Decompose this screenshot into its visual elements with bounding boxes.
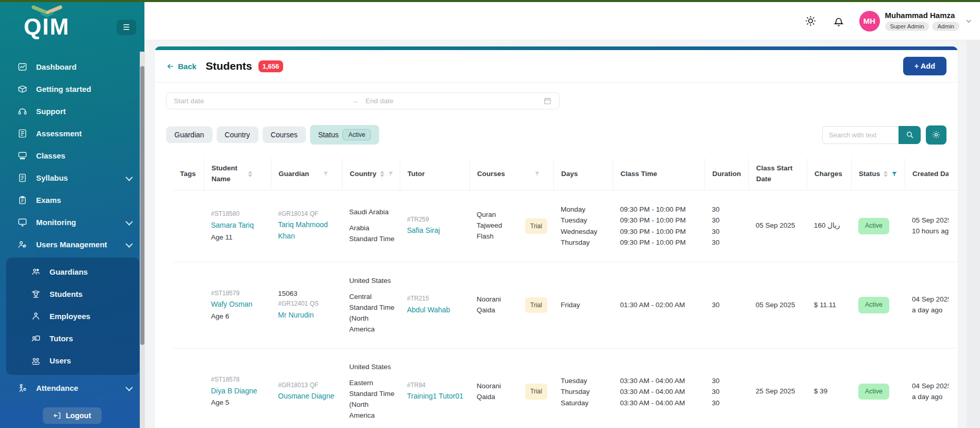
app-logo[interactable]: QIM [24, 5, 70, 38]
table-settings-button[interactable] [926, 125, 946, 145]
guardian-name-link[interactable]: Ousmane Diagne [278, 391, 338, 402]
hamburger-menu-icon[interactable]: ☰ [117, 20, 136, 35]
guardian-name-link[interactable]: Mr Nurudin [278, 310, 338, 321]
sidebar-item-label: Tutors [50, 334, 126, 343]
start-date-input[interactable]: Start date [174, 97, 351, 105]
guardian-id: #GR18013 QF [278, 381, 338, 390]
students-card: Back Students 1,656 + Add Start date → E… [155, 46, 958, 428]
col-header-class-start-date: Class Start Date [748, 158, 807, 190]
col-header-days: Days [553, 158, 613, 190]
sidebar-item-students[interactable]: Students [6, 283, 139, 305]
search-group [822, 125, 946, 145]
courses-cell: Noorani Qaida Trial [469, 381, 553, 403]
sidebar-nav: Dashboard Getting started Support Assess… [0, 56, 144, 421]
sidebar-item-assessment[interactable]: Assessment [0, 122, 144, 145]
filter-chip-status[interactable]: Status Active [310, 125, 379, 145]
filter-icon-active[interactable] [891, 171, 897, 177]
logout-button[interactable]: Logout [43, 407, 101, 424]
guardian-cell: #GR18013 QF Ousmane Diagne [271, 381, 342, 403]
sidebar-item-attendance[interactable]: Attendance [0, 377, 144, 399]
sidebar-item-getting-started[interactable]: Getting started [0, 78, 144, 100]
status-badge: Active [858, 384, 889, 400]
tutor-id: #TR215 [407, 294, 465, 304]
search-input[interactable] [822, 126, 899, 144]
table-row[interactable]: #ST18579 Wafy Osman Age 6 15063 #GR12401… [173, 262, 958, 348]
sort-icon[interactable] [248, 171, 252, 177]
notifications-button[interactable] [831, 14, 846, 28]
col-header-duration: Duration [705, 158, 748, 190]
student-name-link[interactable]: Diya B Diagne [211, 386, 267, 397]
scrollbar-thumb[interactable] [140, 66, 144, 345]
employee-icon [31, 311, 41, 321]
filter-row: Guardian Country Courses Status Active [166, 125, 946, 145]
country-name: Saudi Arabia [349, 207, 396, 218]
users-group-icon [31, 356, 41, 366]
status-chip-label: Status [318, 131, 339, 139]
sidebar-item-label: Users Management [36, 240, 117, 249]
tutor-name-link[interactable]: Safia Siraj [407, 225, 465, 236]
page-scrollbar[interactable] [140, 52, 145, 428]
logout-label: Logout [66, 411, 91, 420]
country-name: United States [349, 362, 396, 373]
sidebar-item-dashboard[interactable]: Dashboard [0, 56, 144, 78]
sort-icon[interactable] [380, 171, 384, 177]
sidebar-item-label: Monitoring [36, 218, 117, 227]
col-header-tutor: Tutor [400, 158, 469, 190]
sidebar-item-users-management[interactable]: Users Management [0, 233, 144, 256]
date-range-picker[interactable]: Start date → End date [166, 92, 560, 109]
student-name-link[interactable]: Wafy Osman [211, 299, 267, 310]
guardian-name-link[interactable]: Tariq Mahmood Khan [278, 219, 338, 242]
header-divider [155, 82, 958, 83]
theme-toggle-button[interactable] [804, 14, 818, 28]
main-content: Back Students 1,656 + Add Start date → E… [144, 40, 980, 428]
days-cell: Friday [553, 299, 613, 311]
sidebar-item-guardians[interactable]: Guardians [6, 261, 139, 283]
created-date-cell: 04 Sep 2025 a day ago [905, 294, 949, 316]
student-name-link[interactable]: Samara Tariq [211, 220, 267, 231]
sidebar-item-exams[interactable]: Exams [0, 189, 144, 211]
search-button[interactable] [899, 126, 921, 144]
calendar-icon[interactable] [543, 97, 552, 105]
charges-cell: $ 39 [807, 386, 851, 397]
filter-icon[interactable] [323, 171, 329, 177]
role-badge-admin: Admin [932, 22, 959, 31]
filter-chip-country[interactable]: Country [217, 126, 258, 143]
app-root: QIM ☰ Dashboard Getting started Support … [0, 0, 980, 428]
chevron-down-icon[interactable] [965, 17, 973, 25]
status-cell: Active [851, 218, 905, 234]
status-chip-value[interactable]: Active [342, 129, 371, 140]
filter-chip-guardian[interactable]: Guardian [166, 126, 213, 143]
add-button[interactable]: + Add [903, 57, 946, 75]
logout-bar: Logout [0, 403, 144, 428]
user-menu[interactable]: MH Muhammad Hamza Super Admin Admin [859, 11, 973, 31]
end-date-input[interactable]: End date [366, 97, 543, 105]
filter-icon[interactable] [534, 171, 540, 177]
sidebar-item-monitoring[interactable]: Monitoring [0, 211, 144, 233]
trial-badge: Trial [525, 384, 547, 400]
avatar[interactable]: MH [859, 11, 880, 31]
created-ago: a day ago [912, 392, 944, 403]
sidebar-item-users[interactable]: Users [6, 350, 139, 372]
tutor-name-link[interactable]: Abdul Wahab [407, 305, 465, 316]
sidebar-item-employees[interactable]: Employees [6, 305, 139, 327]
sidebar-item-classes[interactable]: Classes [0, 145, 144, 167]
table-row[interactable]: #ST18580 Samara Tariq Age 11 #GR18014 QF… [173, 190, 958, 262]
tutor-name-link[interactable]: Training1 Tutor01 [407, 391, 465, 402]
tutor-id: #TR259 [407, 215, 465, 225]
attendance-check-icon [18, 383, 27, 393]
sidebar-item-syllabus[interactable]: Syllabus [0, 167, 144, 189]
sidebar-item-label: Users [50, 356, 126, 365]
back-link[interactable]: Back [166, 62, 197, 71]
sidebar-item-label: Employees [50, 312, 126, 321]
sidebar-item-support[interactable]: Support [0, 100, 144, 122]
sidebar-item-label: Syllabus [36, 173, 117, 182]
charges-cell: 160 ريال [807, 220, 851, 231]
filter-icon[interactable] [388, 171, 394, 177]
table-row[interactable]: #ST18578 Diya B Diagne Age 5 #GR18013 QF… [173, 348, 958, 428]
filter-chip-courses[interactable]: Courses [263, 126, 306, 143]
status-badge: Active [858, 218, 889, 234]
sort-icon[interactable] [884, 171, 888, 177]
box-icon [18, 84, 27, 94]
sidebar-item-tutors[interactable]: Tutors [6, 327, 139, 350]
guardians-icon [31, 267, 41, 277]
